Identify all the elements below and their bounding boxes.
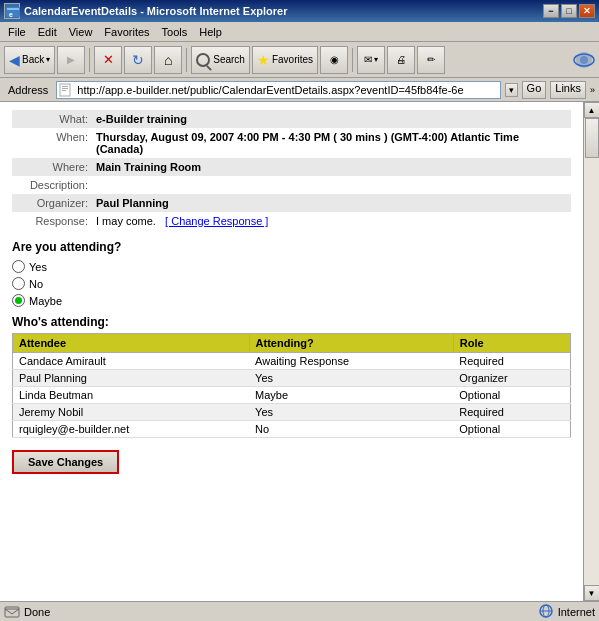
table-row: Jeremy NobilYesRequired (13, 404, 571, 421)
mail-button[interactable]: ✉ ▾ (357, 46, 385, 74)
home-button[interactable]: ⌂ (154, 46, 182, 74)
cell-role: Required (453, 404, 570, 421)
menu-view[interactable]: View (63, 24, 99, 40)
media-button[interactable]: ◉ (320, 46, 348, 74)
address-label: Address (4, 84, 52, 96)
cell-role: Optional (453, 421, 570, 438)
col-role: Role (453, 334, 570, 353)
maximize-button[interactable]: □ (561, 4, 577, 18)
radio-maybe[interactable]: Maybe (12, 294, 571, 307)
search-label: Search (213, 54, 245, 65)
attendees-header-row: Attendee Attending? Role (13, 334, 571, 353)
status-bar: Done Internet (0, 601, 599, 621)
ie-logo (573, 49, 595, 71)
menu-tools[interactable]: Tools (156, 24, 194, 40)
response-cell: I may come. [ Change Response ] (92, 212, 571, 230)
zone-globe-icon (538, 603, 554, 621)
table-row: Paul PlanningYesOrganizer (13, 370, 571, 387)
description-value (92, 176, 571, 194)
window-controls[interactable]: − □ ✕ (543, 4, 595, 18)
links-button[interactable]: Links (550, 81, 586, 99)
menu-edit[interactable]: Edit (32, 24, 63, 40)
url-text[interactable]: http://app.e-builder.net/public/Calendar… (77, 84, 463, 96)
radio-yes-label: Yes (29, 261, 47, 273)
svg-rect-7 (62, 86, 68, 87)
save-changes-button[interactable]: Save Changes (12, 450, 119, 474)
change-response-link[interactable]: [ Change Response ] (165, 215, 268, 227)
radio-no-button[interactable] (12, 277, 25, 290)
scroll-track[interactable] (584, 118, 599, 585)
print-button[interactable]: 🖨 (387, 46, 415, 74)
attendees-table: Attendee Attending? Role Candace Amiraul… (12, 333, 571, 438)
table-row: Candace AmiraultAwaiting ResponseRequire… (13, 353, 571, 370)
address-bar: Address http://app.e-builder.net/public/… (0, 78, 599, 102)
menu-help[interactable]: Help (193, 24, 228, 40)
menu-favorites[interactable]: Favorites (98, 24, 155, 40)
event-details-table: What: e-Builder training When: Thursday,… (12, 110, 571, 230)
event-response-row: Response: I may come. [ Change Response … (12, 212, 571, 230)
response-value: I may come. (96, 215, 156, 227)
radio-maybe-label: Maybe (29, 295, 62, 307)
svg-rect-8 (62, 88, 68, 89)
edit-icon: ✏ (427, 54, 435, 65)
scroll-thumb[interactable] (585, 118, 599, 158)
scrollbar[interactable]: ▲ ▼ (583, 102, 599, 601)
cell-attending: No (249, 421, 453, 438)
attendance-radio-group: Yes No Maybe (12, 260, 571, 307)
star-icon: ★ (257, 52, 270, 68)
refresh-button[interactable]: ↻ (124, 46, 152, 74)
close-button[interactable]: ✕ (579, 4, 595, 18)
scroll-up-button[interactable]: ▲ (584, 102, 600, 118)
table-row: Linda BeutmanMaybeOptional (13, 387, 571, 404)
stop-icon: ✕ (103, 52, 114, 67)
cell-attendee: Paul Planning (13, 370, 250, 387)
back-button[interactable]: ◀ Back ▾ (4, 46, 55, 74)
back-label: Back (22, 54, 44, 65)
radio-maybe-button[interactable] (12, 294, 25, 307)
edit-button[interactable]: ✏ (417, 46, 445, 74)
favorites-button[interactable]: ★ Favorites (252, 46, 318, 74)
search-button[interactable]: Search (191, 46, 250, 74)
cell-attendee: Jeremy Nobil (13, 404, 250, 421)
forward-button[interactable]: ▶ (57, 46, 85, 74)
dropdown-chevron-icon[interactable]: ▾ (505, 83, 518, 97)
minimize-button[interactable]: − (543, 4, 559, 18)
main-content: What: e-Builder training When: Thursday,… (0, 102, 599, 601)
forward-icon: ▶ (67, 54, 75, 65)
when-value: Thursday, August 09, 2007 4:00 PM - 4:30… (92, 128, 571, 158)
stop-button[interactable]: ✕ (94, 46, 122, 74)
separator-1 (89, 48, 90, 72)
print-icon: 🖨 (396, 54, 406, 65)
mail-icon: ✉ (364, 54, 372, 65)
save-button-container: Save Changes (12, 450, 571, 474)
title-bar: e CalendarEventDetails - Microsoft Inter… (0, 0, 599, 22)
cell-role: Organizer (453, 370, 570, 387)
organizer-label: Organizer: (12, 194, 92, 212)
go-button[interactable]: Go (522, 81, 547, 99)
zone-text: Internet (558, 606, 595, 618)
attendance-title: Are you attending? (12, 240, 571, 254)
refresh-icon: ↻ (132, 52, 144, 68)
svg-rect-1 (7, 8, 19, 10)
radio-yes-button[interactable] (12, 260, 25, 273)
status-icon (4, 604, 20, 620)
search-icon (196, 53, 210, 67)
col-attendee: Attendee (13, 334, 250, 353)
description-label: Description: (12, 176, 92, 194)
separator-3 (352, 48, 353, 72)
menu-file[interactable]: File (2, 24, 32, 40)
toolbar-chevron-icon[interactable]: » (590, 85, 595, 95)
radio-yes[interactable]: Yes (12, 260, 571, 273)
cell-attending: Yes (249, 404, 453, 421)
cell-attendee: Linda Beutman (13, 387, 250, 404)
svg-text:e: e (9, 11, 13, 18)
response-label: Response: (12, 212, 92, 230)
radio-no-label: No (29, 278, 43, 290)
table-row: rquigley@e-builder.netNoOptional (13, 421, 571, 438)
address-input-container[interactable]: http://app.e-builder.net/public/Calendar… (56, 81, 500, 99)
content-area: What: e-Builder training When: Thursday,… (0, 102, 583, 601)
radio-no[interactable]: No (12, 277, 571, 290)
cell-role: Required (453, 353, 570, 370)
radio-maybe-indicator (15, 297, 22, 304)
scroll-down-button[interactable]: ▼ (584, 585, 600, 601)
